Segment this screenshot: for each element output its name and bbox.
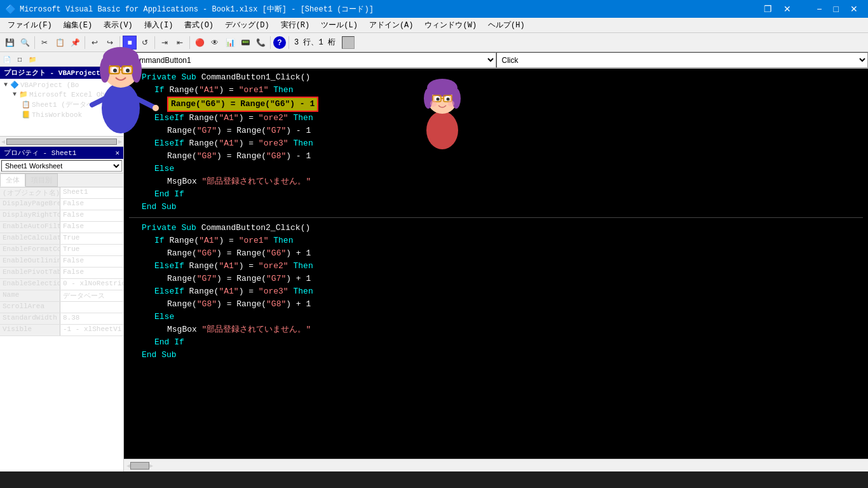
props-key-objectname: (オブジェクト名) — [0, 187, 60, 198]
toolbar-stop-btn[interactable]: ■ — [123, 36, 137, 50]
toolbar-call-btn[interactable]: 📞 — [254, 36, 268, 50]
props-val-visible[interactable]: -1 - xlSheetVi — [60, 325, 123, 336]
props-val-name[interactable]: データベース — [60, 290, 123, 301]
props-row-enablepivottable: EnablePivotTabl False — [0, 268, 123, 279]
tree-label-thisworkbook: ThisWorkbook — [32, 111, 82, 119]
code-line-elseif2: ElseIf Range("A1") = "ore3" Then — [129, 137, 863, 150]
props-close-btn[interactable]: ✕ — [115, 149, 119, 157]
menu-view[interactable]: 表示(V) — [98, 18, 138, 32]
menu-window[interactable]: ウィンドウ(W) — [419, 18, 482, 32]
code-text-else2: Else — [142, 311, 863, 323]
toolbar-watch-btn[interactable]: 👁 — [208, 36, 222, 50]
toolbar-undo-btn[interactable]: ↩ — [88, 36, 102, 50]
code-line-g8-minus: Range("G8") = Range("G8") - 1 — [129, 150, 863, 163]
toolbar-immed-btn[interactable]: 📟 — [238, 36, 252, 50]
props-val-enableautofilter[interactable]: False — [60, 222, 123, 233]
code-text-1: If Range("A1") = "ore1" Then — [142, 84, 863, 97]
props-val-enableformatco[interactable]: True — [60, 245, 123, 255]
toolbar-redo-btn[interactable]: ↪ — [103, 36, 117, 50]
maximize-button[interactable]: □ — [829, 3, 844, 15]
project-hscrollbar[interactable]: ◀ ▶ — [0, 136, 123, 146]
toolbar-copy-btn[interactable]: 📋 — [53, 36, 67, 50]
props-row-enableselection: EnableSelection 0 - xlNoRestric — [0, 279, 123, 290]
props-val-scrollarea[interactable] — [60, 302, 123, 313]
code-text-endif1: End If — [142, 188, 863, 201]
toolbar-save-btn[interactable]: 💾 — [3, 36, 17, 50]
code-separator — [129, 217, 863, 218]
cursor-position: 3 行、1 桁 — [292, 37, 338, 48]
code-line-else2: Else — [129, 311, 863, 323]
inner-restore-button[interactable]: ❐ — [759, 3, 777, 15]
menu-run[interactable]: 実行(R) — [276, 18, 315, 32]
toolbar-sep-5 — [189, 36, 190, 49]
props-val-enableoutlining[interactable]: False — [60, 256, 123, 267]
code-content[interactable]: Private Sub CommandButton1_Click() If Ra… — [124, 69, 868, 459]
toolbar-help-btn[interactable]: ? — [273, 36, 286, 49]
scroll-left-arrow[interactable]: ◀ — [1, 138, 5, 146]
minimize-button[interactable]: − — [811, 3, 827, 15]
props-row-objectname: (オブジェクト名) Sheet1 — [0, 187, 123, 199]
procedure-selector[interactable]: Click — [496, 52, 869, 68]
props-val-displayrightto[interactable]: False — [60, 210, 123, 221]
tab-all[interactable]: 全体 — [0, 173, 25, 187]
code-text-elseif1: ElseIf Range("A1") = "ore2" Then — [142, 112, 863, 125]
props-val-standardwidth[interactable]: 8.38 — [60, 313, 123, 324]
props-row-scrollarea: ScrollArea — [0, 302, 123, 313]
menu-file[interactable]: ファイル(F) — [3, 18, 57, 32]
props-val-displaypagebreak[interactable]: False — [60, 199, 123, 210]
tree-item-vbaproject[interactable]: ▼ 🔷 VBAProject (Bo — [1, 80, 122, 90]
props-key-enableoutlining: EnableOutlining — [0, 256, 60, 267]
menu-help[interactable]: ヘルプ(H) — [483, 18, 530, 32]
tree-item-thisworkbook[interactable]: 📒 ThisWorkbook — [1, 110, 122, 119]
code-text-highlighted: Range("G6") = Range("G6") - 1 — [142, 97, 863, 112]
code-line-elseif1: ElseIf Range("A1") = "ore2" Then — [129, 112, 863, 125]
menu-insert[interactable]: 挿入(I) — [139, 18, 179, 32]
menu-debug[interactable]: デバッグ(D) — [220, 18, 275, 32]
project-tree: ▼ 🔷 VBAProject (Bo ▼ 📁 Microsoft Excel O… — [0, 79, 123, 136]
toolbar-search-btn[interactable]: 🔍 — [18, 36, 32, 50]
menu-addins[interactable]: アドイン(A) — [364, 18, 419, 32]
inner-close-button[interactable]: ✕ — [778, 3, 796, 15]
code-scroll-right[interactable]: ▶ — [149, 462, 153, 470]
code-scrollbar[interactable]: ◀ ▶ — [124, 459, 868, 471]
toolbar-sep-6 — [270, 36, 271, 49]
close-button[interactable]: ✕ — [845, 3, 863, 15]
tree-item-msexcel[interactable]: ▼ 📁 Microsoft Excel Objec — [1, 90, 122, 99]
toolbar-scrollbar[interactable] — [342, 36, 355, 49]
tree-item-sheet1[interactable]: 📋 Sheet1 (データベー — [1, 99, 122, 110]
toolbar-locals-btn[interactable]: 📊 — [223, 36, 237, 50]
menu-tools[interactable]: ツール(L) — [316, 18, 363, 32]
tab-category[interactable]: 項目別 — [25, 173, 58, 187]
props-object-select[interactable]: Sheet1 Worksheet — [1, 160, 122, 172]
code-editor: CommandButton1 Click Private Sub Command… — [124, 52, 868, 471]
menu-edit[interactable]: 編集(E) — [58, 18, 98, 32]
code-line-else1: Else — [129, 163, 863, 175]
code-line-g7-minus: Range("G7") = Range("G7") - 1 — [129, 125, 863, 137]
view-code-btn[interactable]: 📄 — [1, 53, 13, 65]
props-row-enableautofilter: EnableAutoFilter False — [0, 222, 123, 233]
scroll-right-arrow[interactable]: ▶ — [118, 138, 122, 146]
toolbar-paste-btn[interactable]: 📌 — [68, 36, 82, 50]
tree-icon-project: 🔷 — [10, 81, 19, 89]
toolbar-breakpoint-btn[interactable]: 🔴 — [193, 36, 207, 50]
view-object-btn[interactable]: □ — [14, 53, 25, 65]
props-val-enablepivottable[interactable]: False — [60, 268, 123, 278]
toolbar-reset-btn[interactable]: ↺ — [138, 36, 152, 50]
code-text-elseif2: ElseIf Range("A1") = "ore3" Then — [142, 137, 863, 150]
toolbar-outdent-btn[interactable]: ⇤ — [173, 36, 187, 50]
properties-panel: プロパティ - Sheet1 ✕ Sheet1 Worksheet 全体 項目別… — [0, 147, 123, 471]
code-hscroll-thumb[interactable] — [130, 462, 149, 470]
props-val-objectname[interactable]: Sheet1 — [60, 187, 123, 198]
code-line-msgbox2: MsgBox "部品登録されていません。" — [129, 323, 863, 336]
props-val-enableselection[interactable]: 0 - xlNoRestric — [60, 279, 123, 290]
code-text-else1: Else — [142, 163, 863, 175]
object-selector[interactable]: CommandButton1 — [124, 52, 496, 68]
props-val-enablecalculation[interactable]: True — [60, 233, 123, 244]
scroll-thumb[interactable] — [6, 139, 117, 145]
toolbar-sep-1 — [34, 36, 35, 49]
toggle-folders-btn[interactable]: 📁 — [27, 53, 38, 65]
props-key-enablecalculation: EnableCalculatio — [0, 233, 60, 244]
toolbar-indent-btn[interactable]: ⇥ — [158, 36, 172, 50]
menu-format[interactable]: 書式(O) — [179, 18, 219, 32]
toolbar-cut-btn[interactable]: ✂ — [37, 36, 51, 50]
